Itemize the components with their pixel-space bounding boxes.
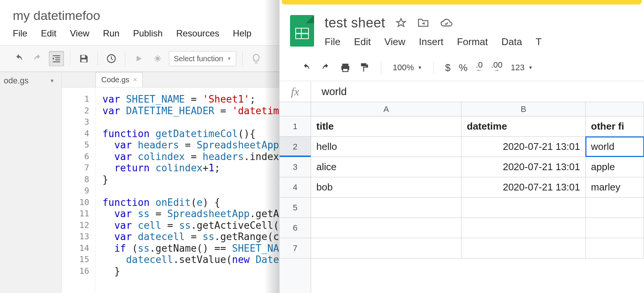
cell-a3[interactable]: alice [311, 157, 462, 177]
row-header-7[interactable]: 7 [279, 238, 311, 258]
file-item[interactable]: ode.gs ▼ [0, 72, 61, 89]
menu-view[interactable]: View [70, 28, 90, 39]
sheets-menu-edit[interactable]: Edit [354, 36, 371, 48]
code-editor[interactable]: 12345678910111213141516 var SHEET_NAME =… [62, 88, 279, 293]
sheets-logo-icon[interactable] [290, 15, 314, 47]
sheets-menu-insert[interactable]: Insert [419, 36, 444, 48]
code-line[interactable]: var colindex = headers.index [102, 151, 279, 163]
code-line[interactable]: function onEdit(e) { [102, 197, 279, 208]
formula-input[interactable]: world [311, 86, 644, 98]
zoom-dropdown[interactable]: 100% ▼ [393, 63, 422, 72]
cell-b3[interactable]: 2020-07-21 13:01 [462, 157, 586, 177]
star-icon[interactable] [396, 18, 406, 28]
format-currency[interactable]: $ [445, 62, 450, 74]
code-line[interactable]: if (ss.getName() == SHEET_NA [102, 243, 279, 254]
row-header-3[interactable]: 3 [279, 157, 311, 177]
cell-b7[interactable] [462, 238, 586, 258]
save-icon[interactable] [76, 51, 91, 66]
code-line[interactable]: } [102, 266, 279, 277]
cell-b6[interactable] [462, 218, 586, 238]
code-line[interactable]: function getDatetimeCol(){ [102, 128, 279, 140]
menu-run[interactable]: Run [103, 28, 120, 39]
cell-c7[interactable] [586, 238, 644, 258]
cell-c1[interactable]: other fi [586, 116, 644, 136]
cell-a1[interactable]: title [311, 116, 462, 136]
arrow-left-icon: ← [476, 68, 482, 73]
sheets-menu-more[interactable]: T [536, 36, 542, 48]
code-line[interactable] [102, 116, 279, 128]
cell-a5[interactable] [311, 198, 462, 217]
project-title[interactable]: my datetimefoo [0, 0, 279, 28]
fx-icon[interactable]: fx [279, 81, 311, 102]
undo-icon[interactable] [301, 63, 312, 72]
code-line[interactable]: return colindex+1; [102, 162, 279, 174]
sheets-menu-view[interactable]: View [384, 36, 406, 48]
code-line[interactable] [102, 185, 279, 197]
indent-icon[interactable] [49, 51, 64, 66]
menu-help[interactable]: Help [233, 28, 251, 39]
cell-b4[interactable]: 2020-07-21 13:01 [462, 177, 586, 197]
code-line[interactable]: datecell.setValue(new Date [102, 254, 279, 266]
increase-decimal[interactable]: .00 → [491, 62, 503, 73]
print-icon[interactable] [340, 62, 351, 73]
sheets-menu-file[interactable]: File [325, 36, 340, 48]
cell-b5[interactable] [462, 198, 586, 217]
row-header-1[interactable]: 1 [279, 116, 311, 137]
tab-row: Code.gs × [62, 72, 279, 88]
sheets-menu-format[interactable]: Format [457, 36, 488, 48]
menu-edit[interactable]: Edit [41, 28, 56, 39]
svg-rect-1 [55, 57, 60, 58]
cell-c4[interactable]: marley [586, 177, 644, 197]
svg-point-7 [156, 57, 159, 60]
redo-icon[interactable] [30, 51, 45, 66]
col-header-a[interactable]: A [311, 102, 462, 116]
code-line[interactable]: var headers = SpreadsheetApp [102, 139, 279, 151]
cell-c5[interactable] [586, 198, 644, 217]
col-header-b[interactable]: B [462, 102, 586, 116]
row-header-4[interactable]: 4 [279, 177, 311, 198]
cell-b2[interactable]: 2020-07-21 13:01 [462, 137, 586, 157]
cell-c6[interactable] [586, 218, 644, 238]
code-line[interactable]: var SHEET_NAME = 'Sheet1'; [102, 94, 279, 105]
lightbulb-icon[interactable] [249, 51, 264, 66]
spreadsheet-grid[interactable]: 1 234567 A B title datetime other fi hel… [279, 102, 644, 293]
cell-c2[interactable]: world [586, 137, 644, 157]
code-line[interactable]: var ss = SpreadsheetApp.getA [102, 208, 279, 220]
cloud-saved-icon[interactable] [440, 18, 453, 28]
col-header-c[interactable] [586, 102, 644, 116]
code-line[interactable]: var DATETIME_HEADER = 'datetim [102, 105, 279, 117]
cell-a7[interactable] [311, 238, 462, 258]
paint-format-icon[interactable] [359, 62, 370, 73]
decrease-decimal[interactable]: .0 ← [476, 62, 483, 73]
row-header-5[interactable]: 5 [279, 198, 311, 218]
menu-resources[interactable]: Resources [176, 28, 219, 39]
move-icon[interactable] [418, 18, 429, 28]
cell-c3[interactable]: apple [586, 157, 644, 177]
select-all-corner[interactable] [279, 102, 311, 116]
document-title[interactable]: test sheet [325, 15, 385, 31]
cell-a6[interactable] [311, 218, 462, 238]
code-line[interactable]: var cell = ss.getActiveCell( [102, 220, 279, 231]
code-content[interactable]: var SHEET_NAME = 'Sheet1';var DATETIME_H… [96, 88, 279, 293]
code-line[interactable]: var datecell = ss.getRange(c [102, 231, 279, 243]
undo-icon[interactable] [11, 51, 26, 66]
cell-a2[interactable]: hello [311, 137, 462, 157]
format-percent[interactable]: % [459, 62, 468, 74]
redo-icon[interactable] [320, 63, 331, 72]
row-header-2[interactable]: 2 [279, 137, 311, 157]
menu-publish[interactable]: Publish [133, 28, 163, 39]
debug-icon[interactable] [150, 51, 165, 66]
close-icon[interactable]: × [133, 76, 137, 84]
cell-a4[interactable]: bob [311, 177, 462, 197]
more-formats-dropdown[interactable]: 123 ▼ [511, 63, 533, 72]
sheets-menu-data[interactable]: Data [501, 36, 522, 48]
line-number: 12 [62, 220, 89, 231]
tab-code-gs[interactable]: Code.gs × [96, 72, 143, 87]
row-header-6[interactable]: 6 [279, 218, 311, 238]
menu-file[interactable]: File [13, 28, 27, 39]
triggers-icon[interactable] [104, 51, 119, 66]
code-line[interactable]: } [102, 174, 279, 186]
run-icon[interactable] [131, 51, 146, 66]
select-function-dropdown[interactable]: Select function ▼ [169, 51, 236, 66]
cell-b1[interactable]: datetime [462, 116, 586, 136]
